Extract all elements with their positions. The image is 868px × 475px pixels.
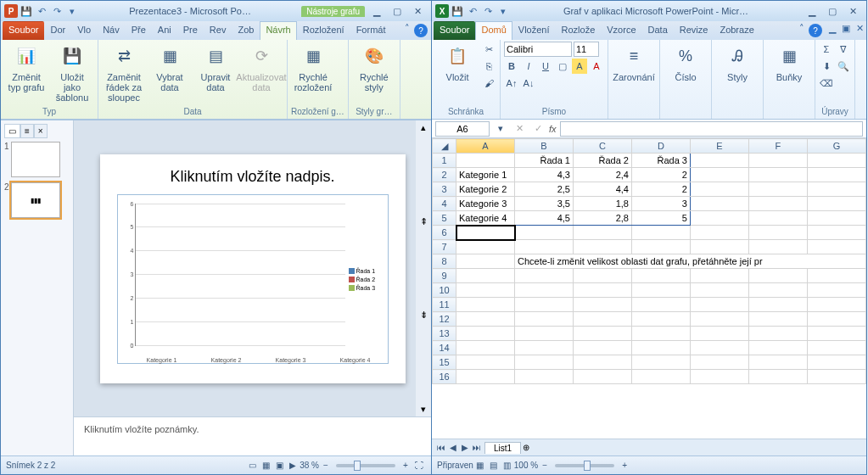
cell-F10[interactable] — [748, 283, 807, 298]
zoom-slider[interactable] — [336, 464, 395, 467]
cell-C10[interactable] — [573, 283, 631, 298]
xl-qat-more-icon[interactable]: ▾ — [496, 4, 510, 18]
select-data-button[interactable]: ▦Vybrat data — [148, 42, 192, 94]
xl-mdi-close-icon[interactable]: ✕ — [853, 21, 866, 35]
row-header-10[interactable]: 10 — [433, 283, 456, 298]
xl-tab-layout[interactable]: Rozlože — [556, 21, 602, 40]
row-header-9[interactable]: 9 — [433, 269, 456, 283]
cell-B9[interactable] — [515, 269, 574, 283]
xl-redo-icon[interactable]: ↷ — [481, 4, 495, 18]
cell-B10[interactable] — [515, 283, 574, 298]
cell-F13[interactable] — [748, 327, 807, 341]
maximize-icon[interactable]: ▢ — [387, 4, 407, 18]
cell-E7[interactable] — [690, 240, 748, 254]
font-family-combo[interactable] — [504, 42, 572, 57]
cell-F14[interactable] — [748, 341, 807, 355]
cell-G16[interactable] — [807, 370, 865, 384]
cell-E16[interactable] — [690, 370, 748, 384]
confirm-entry-icon[interactable]: ✓ — [530, 121, 546, 137]
xl-ribbon-minimize-icon[interactable]: ˄ — [795, 21, 809, 35]
row-header-16[interactable]: 16 — [433, 370, 456, 384]
qat-more-icon[interactable]: ▾ — [65, 4, 79, 18]
cell-G5[interactable] — [807, 211, 865, 226]
col-header-F[interactable]: F — [748, 139, 807, 154]
tab-review[interactable]: Rev — [204, 21, 232, 40]
cell-G10[interactable] — [807, 283, 865, 298]
namebox-dropdown-icon[interactable]: ▾ — [493, 121, 508, 137]
col-header-D[interactable]: D — [631, 139, 690, 154]
autosum-icon[interactable]: Σ — [819, 42, 834, 57]
col-header-G[interactable]: G — [807, 139, 865, 154]
save-as-template-button[interactable]: 💾Uložit jako šablonu — [50, 42, 94, 104]
bold-icon[interactable]: B — [504, 59, 519, 74]
tab-chart-layout[interactable]: Rozložení — [297, 21, 350, 40]
cell-E2[interactable] — [690, 168, 748, 182]
cell-F16[interactable] — [748, 370, 807, 384]
cell-D1[interactable]: Řada 3 — [631, 154, 690, 168]
border-icon[interactable]: ▢ — [555, 59, 570, 74]
cell-G7[interactable] — [807, 240, 865, 254]
cell-D10[interactable] — [631, 283, 690, 298]
cell-D2[interactable]: 2 — [631, 168, 690, 182]
cell-B4[interactable]: 3,5 — [515, 197, 574, 211]
xl-zoom-in-icon[interactable]: + — [618, 459, 631, 472]
col-header-B[interactable]: B — [515, 139, 574, 154]
clear-icon[interactable]: ⌫ — [819, 75, 834, 91]
cell-A12[interactable] — [456, 312, 515, 327]
cell-A9[interactable] — [456, 269, 515, 283]
xl-undo-icon[interactable]: ↶ — [466, 4, 479, 18]
zoom-out-icon[interactable]: − — [319, 459, 333, 472]
cell-E4[interactable] — [690, 197, 748, 211]
cell-B11[interactable] — [515, 298, 574, 312]
cell-C2[interactable]: 2,4 — [573, 168, 631, 182]
tab-view[interactable]: Zob — [232, 21, 260, 40]
cell-D14[interactable] — [631, 341, 690, 355]
cell-A1[interactable] — [456, 154, 515, 168]
format-painter-icon[interactable]: 🖌 — [481, 75, 496, 91]
cell-D4[interactable]: 3 — [631, 197, 690, 211]
cell-E3[interactable] — [690, 182, 748, 197]
col-header-A[interactable]: A — [456, 139, 515, 154]
xl-pagelayout-view-icon[interactable]: ▤ — [487, 459, 501, 472]
xl-tab-file[interactable]: Soubor — [434, 21, 475, 40]
cell-A8[interactable] — [456, 254, 515, 269]
grid-area[interactable]: ◢ABCDEFG1Řada 1Řada 2Řada 32Kategorie 14… — [432, 138, 866, 439]
cell-F7[interactable] — [748, 240, 807, 254]
row-header-11[interactable]: 11 — [433, 298, 456, 312]
save-icon[interactable]: 💾 — [20, 4, 33, 18]
cell-C13[interactable] — [573, 327, 631, 341]
cell-C5[interactable]: 2,8 — [573, 211, 631, 226]
cell-F3[interactable] — [748, 182, 807, 197]
cell-B7[interactable] — [515, 240, 574, 254]
chart-object[interactable]: 0123456 Kategorie 1Kategorie 2Kategorie … — [117, 194, 389, 364]
minimize-icon[interactable]: ▁ — [367, 4, 387, 18]
font-color-icon[interactable]: A — [589, 59, 604, 74]
cell-B8[interactable]: Chcete-li změnit velikost oblasti dat gr… — [515, 254, 866, 269]
cell-B3[interactable]: 2,5 — [515, 182, 574, 197]
cell-F9[interactable] — [748, 269, 807, 283]
copy-icon[interactable]: ⎘ — [481, 59, 496, 74]
fill-icon[interactable]: ⬇ — [819, 59, 834, 74]
slide-canvas[interactable]: Kliknutím vložíte nadpis. 0123456 Katego… — [74, 120, 431, 416]
cell-F15[interactable] — [748, 355, 807, 370]
cell-B1[interactable]: Řada 1 — [515, 154, 574, 168]
reading-view-icon[interactable]: ▣ — [272, 459, 286, 472]
cell-B15[interactable] — [515, 355, 574, 370]
cell-F6[interactable] — [748, 226, 807, 240]
zoom-in-icon[interactable]: + — [399, 459, 412, 472]
cell-D6[interactable] — [631, 226, 690, 240]
tab-transitions[interactable]: Pře — [126, 21, 152, 40]
cell-G3[interactable] — [807, 182, 865, 197]
cell-C14[interactable] — [573, 341, 631, 355]
cell-F12[interactable] — [748, 312, 807, 327]
cell-D5[interactable]: 5 — [631, 211, 690, 226]
cut-icon[interactable]: ✂ — [481, 42, 496, 57]
xl-tab-review[interactable]: Revize — [674, 21, 714, 40]
cell-G13[interactable] — [807, 327, 865, 341]
fx-icon[interactable]: fx — [549, 124, 557, 134]
cell-G9[interactable] — [807, 269, 865, 283]
tab-chart-format[interactable]: Formát — [350, 21, 392, 40]
edit-data-button[interactable]: ▤Upravit data — [193, 42, 238, 94]
cell-E13[interactable] — [690, 327, 748, 341]
cell-B6[interactable] — [515, 226, 574, 240]
